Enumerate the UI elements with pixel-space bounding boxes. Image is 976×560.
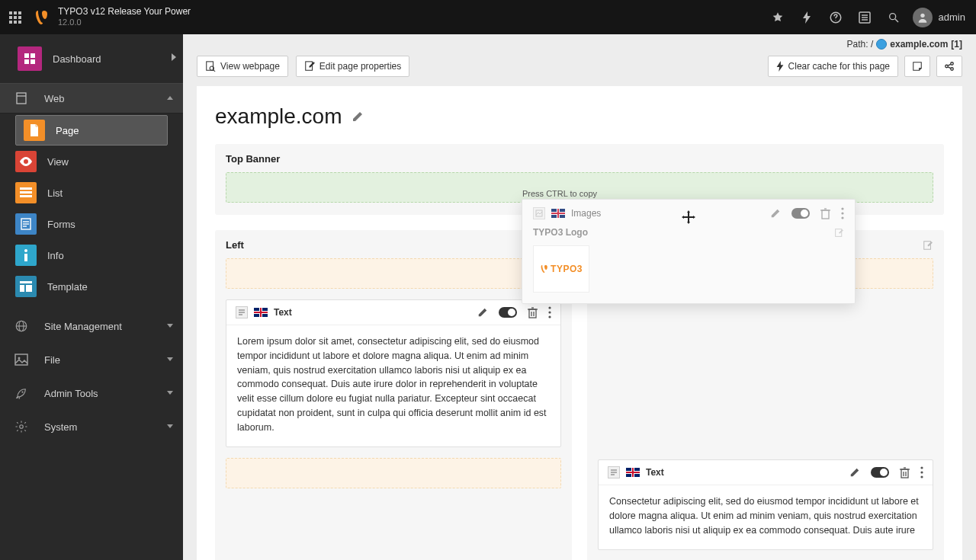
svg-rect-7 xyxy=(14,21,17,24)
ce-visibility-toggle[interactable] xyxy=(871,467,889,478)
trash-icon xyxy=(820,208,830,219)
avatar-icon xyxy=(913,8,933,27)
column-title: Top Banner xyxy=(226,153,933,165)
chevron-up-icon xyxy=(166,95,174,101)
ce-edit-button[interactable] xyxy=(477,307,488,318)
svg-rect-33 xyxy=(20,281,32,283)
module-web-view[interactable]: View xyxy=(8,146,175,177)
info-button[interactable] xyxy=(850,0,879,34)
clear-cache-button[interactable]: Clear cache for this page xyxy=(768,56,898,77)
search-icon xyxy=(888,11,900,24)
module-web-info[interactable]: Info xyxy=(8,240,175,270)
web-submodules: Page View List Forms Info Template xyxy=(8,115,175,302)
module-group-admin-tools[interactable]: Admin Tools xyxy=(0,376,183,410)
dropzone-left-top[interactable] xyxy=(226,258,561,289)
ce-body-text: Consectetur adipiscing elit, sed do eius… xyxy=(599,485,933,549)
svg-point-41 xyxy=(21,391,23,392)
drag-image-thumbnail: TYPO3 xyxy=(533,245,589,293)
module-dashboard[interactable]: Dashboard xyxy=(8,43,175,74)
view-webpage-button[interactable]: View webpage xyxy=(197,56,288,77)
pencil-icon xyxy=(849,467,860,478)
module-group-web[interactable]: Web xyxy=(0,83,183,114)
ce-delete-button[interactable] xyxy=(820,208,830,219)
star-icon xyxy=(772,11,784,24)
svg-point-63 xyxy=(548,315,551,318)
svg-rect-35 xyxy=(26,285,32,292)
ce-edit-button[interactable] xyxy=(770,208,781,219)
content-element-text[interactable]: Text Consectetur adipiscing elit, sed do… xyxy=(598,459,933,550)
content-type-icon xyxy=(608,466,620,478)
info-module-icon xyxy=(15,245,37,266)
edit-all-icon xyxy=(923,240,933,251)
globe-icon xyxy=(9,319,34,333)
search-button[interactable] xyxy=(879,0,908,34)
svg-point-80 xyxy=(841,207,843,210)
typo3-logo-icon xyxy=(34,9,50,26)
edit-column-button[interactable] xyxy=(923,240,933,251)
svg-rect-34 xyxy=(20,285,24,292)
dropzone-top-banner[interactable] xyxy=(226,172,933,203)
rocket-icon xyxy=(9,386,34,400)
module-web-page[interactable]: Page xyxy=(15,115,168,146)
svg-rect-32 xyxy=(24,254,27,261)
docheader: View webpage Edit page properties Clear … xyxy=(183,53,976,86)
svg-point-47 xyxy=(946,65,949,68)
svg-rect-19 xyxy=(30,53,35,58)
template-icon xyxy=(15,276,37,297)
svg-rect-77 xyxy=(822,210,829,219)
forms-icon xyxy=(15,213,37,235)
svg-line-16 xyxy=(895,19,898,22)
ce-visibility-toggle[interactable] xyxy=(791,208,810,219)
column-title: Left xyxy=(226,239,244,251)
apps-grid-icon xyxy=(9,11,21,24)
edit-small-icon xyxy=(834,228,844,238)
edit-page-properties-button[interactable]: Edit page properties xyxy=(296,56,409,77)
path-prefix: Path: / xyxy=(847,39,874,50)
ce-edit-button[interactable] xyxy=(849,467,860,478)
user-menu[interactable]: admin xyxy=(908,8,976,27)
ce-more-button[interactable] xyxy=(841,207,844,219)
cache-button[interactable] xyxy=(792,0,821,34)
content-element-text[interactable]: Text Lorem ipsum dolor sit amet, consect… xyxy=(226,299,561,447)
svg-point-82 xyxy=(841,216,843,219)
svg-point-48 xyxy=(951,62,954,66)
apps-menu-button[interactable] xyxy=(0,0,30,34)
module-group-file[interactable]: File xyxy=(0,343,183,376)
module-web-forms[interactable]: Forms xyxy=(8,209,175,239)
flag-uk-icon xyxy=(551,209,565,218)
svg-rect-56 xyxy=(529,309,536,318)
module-sidebar: Dashboard Web Page View List Forms Info xyxy=(0,34,183,560)
module-web-template[interactable]: Template xyxy=(8,271,175,302)
help-button[interactable] xyxy=(821,0,850,34)
ce-more-button[interactable] xyxy=(920,466,923,478)
bolt-icon xyxy=(801,11,812,24)
note-button[interactable] xyxy=(904,56,930,77)
svg-point-81 xyxy=(841,212,843,214)
module-group-site-management[interactable]: Site Management xyxy=(0,309,183,343)
page-title: example.com xyxy=(215,104,342,129)
ce-delete-button[interactable] xyxy=(528,307,538,318)
move-icon xyxy=(682,210,695,224)
product-brand[interactable]: TYPO3 v12 Release Your Power 12.0.0 xyxy=(30,7,198,27)
ce-delete-button[interactable] xyxy=(900,467,910,478)
share-button[interactable] xyxy=(936,56,962,77)
svg-line-51 xyxy=(948,67,951,69)
ce-more-button[interactable] xyxy=(548,306,551,318)
topbar: TYPO3 v12 Release Your Power 12.0.0 admi… xyxy=(0,0,976,34)
svg-rect-5 xyxy=(18,16,21,19)
page-icon xyxy=(24,120,45,141)
ce-visibility-toggle[interactable] xyxy=(499,307,517,318)
path-page-name[interactable]: example.com xyxy=(890,39,948,50)
module-web-list[interactable]: List xyxy=(8,178,175,208)
dropzone-left-bottom[interactable] xyxy=(226,458,561,488)
drag-item-edit[interactable] xyxy=(834,228,844,238)
svg-point-75 xyxy=(920,475,923,478)
bookmarks-button[interactable] xyxy=(763,0,792,34)
module-group-system[interactable]: System xyxy=(0,410,183,443)
bolt-icon xyxy=(776,61,784,72)
svg-rect-3 xyxy=(9,16,12,19)
dragging-content-element[interactable]: Press CTRL to copy Images TYPO3 Logo TYP… xyxy=(522,199,856,304)
edit-title-button[interactable] xyxy=(352,110,364,123)
svg-rect-25 xyxy=(20,191,32,194)
view-icon xyxy=(15,151,37,172)
